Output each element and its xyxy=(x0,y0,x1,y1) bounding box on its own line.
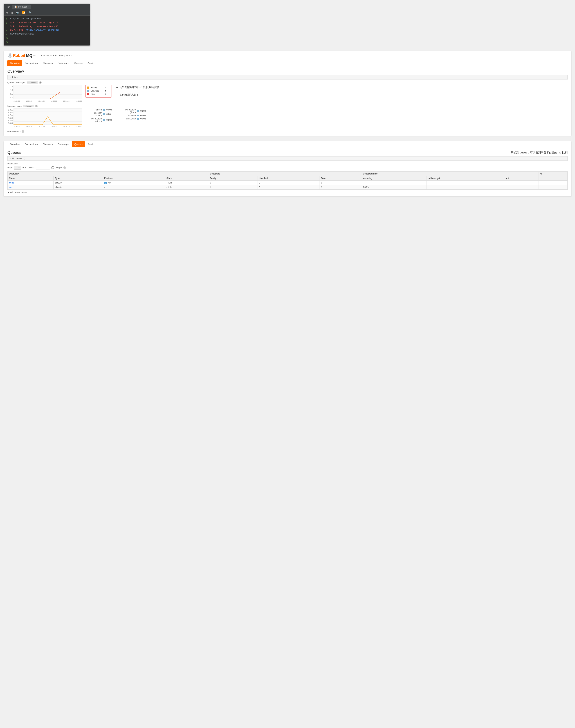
add-queue-arrow: ▼ xyxy=(7,191,9,193)
nav-item-queues-2[interactable]: Queues xyxy=(72,141,85,147)
disk-read-color xyxy=(137,115,139,116)
regex-checkbox[interactable] xyxy=(52,167,54,169)
th-messages: Messages xyxy=(208,172,361,176)
publisher-confirm-label: Publisherconfirm xyxy=(86,112,102,117)
output-line-6: 🖨 xyxy=(6,36,88,40)
nav-item-admin[interactable]: Admin xyxy=(85,60,97,66)
screenshot-button[interactable]: 📷 xyxy=(15,11,20,15)
page-select[interactable]: 1 xyxy=(14,166,21,170)
unacked-color xyxy=(87,90,89,92)
nav-item-channels[interactable]: Channels xyxy=(40,60,55,66)
restart-button[interactable]: ↺ xyxy=(5,11,9,15)
ide-run-label: Run xyxy=(6,6,10,8)
output-text-5: 生产者生产完消息并发送 xyxy=(10,32,34,36)
unroutable-return-color xyxy=(103,119,105,121)
nav-item-exchanges[interactable]: Exchanges xyxy=(55,60,72,66)
search-button[interactable]: 🔍 xyxy=(28,11,33,15)
gutter-3 xyxy=(6,25,9,25)
publisher-confirm-value: 0.00/s xyxy=(106,113,112,115)
annotation-2: → 队列的总消息数 1 xyxy=(115,93,160,97)
regex-label: Regex xyxy=(56,167,62,169)
rates-help-icon[interactable]: ? xyxy=(35,105,38,107)
nav-item-queues[interactable]: Queues xyxy=(72,60,85,66)
th-overview: Overview xyxy=(7,172,208,176)
state-square-mu: ▪ xyxy=(104,186,105,188)
totals-arrow: ▼ xyxy=(9,76,11,79)
output-line-3: SLF4J: Defaulting to no-operation (NO xyxy=(6,25,88,28)
queue-total-hello: 0 xyxy=(319,180,361,185)
queue-type-hello: classic xyxy=(54,180,103,185)
rerun-button[interactable]: 🔁 xyxy=(22,11,26,15)
queue-deliver-mu xyxy=(427,185,504,189)
ide-tab-close[interactable]: × xyxy=(28,6,29,8)
rates-x-labels: 19:34:00 19:34:10 19:34:20 19:34:30 19:3… xyxy=(13,125,82,128)
stop-button[interactable]: ■ xyxy=(11,11,14,15)
th-ack: ack xyxy=(504,176,538,180)
queue-name-mu[interactable]: mu xyxy=(7,185,54,189)
message-rates-section: Message rates last minute ? 0.3 /s 0.2 /… xyxy=(7,105,568,128)
unroutable-drop-label: Unroutable(drop) xyxy=(120,108,136,113)
nav-item-overview[interactable]: Overview xyxy=(7,60,22,66)
all-queues-arrow: ▼ xyxy=(9,157,11,160)
rmq-nav-queues: Overview Connections Channels Exchanges … xyxy=(4,141,571,147)
queue-state-mu: ▪ idle xyxy=(165,185,208,189)
legend-unacked: Unacked 0 xyxy=(87,89,110,92)
filter-input[interactable] xyxy=(36,166,50,170)
rate-unroutable-drop: Unroutable(drop) 0.00/s xyxy=(120,108,146,113)
hello-link[interactable]: hello xyxy=(9,182,14,184)
rates-chart-area: 0.3 /s 0.2 /s 0.2 /s 0.1 /s 0.1 /s 0.0 /… xyxy=(7,108,82,128)
ide-tab[interactable]: 📋 Producer × xyxy=(12,5,31,9)
queued-help-icon[interactable]: ? xyxy=(39,81,42,84)
queue-ack-mu xyxy=(504,185,538,189)
queues-panel: Overview Connections Channels Exchanges … xyxy=(4,141,571,196)
global-counts-help[interactable]: ? xyxy=(22,130,24,133)
rmq-overview-content: Overview ▼ Totals Queued messages last m… xyxy=(4,66,571,136)
unacked-label: Unacked xyxy=(91,89,103,92)
queued-messages-section: Queued messages last minute ? 1.5 1.0 0.… xyxy=(7,81,568,102)
rmq-logo-rabbit: Rabbit xyxy=(13,53,25,58)
nav-item-overview-2[interactable]: Overview xyxy=(7,141,22,147)
mu-link[interactable]: mu xyxy=(9,186,12,188)
more-button[interactable]: ⋮ xyxy=(34,11,38,15)
queue-name-hello[interactable]: hello xyxy=(7,180,54,185)
regex-help-icon[interactable]: ? xyxy=(63,167,66,169)
rate-publish: Publish 0.00/s xyxy=(86,108,112,111)
th-pm xyxy=(538,176,568,180)
state-icon-mu: ▪ xyxy=(167,186,167,188)
nav-item-connections[interactable]: Connections xyxy=(22,60,40,66)
disk-read-label: Disk read xyxy=(120,114,136,117)
ide-tab-icon: 📋 xyxy=(14,5,17,8)
pagination: Pagination Page 1 of 1 - Filter: Regex ? xyxy=(7,162,568,170)
output-line-5: ⇓ 生产者生产完消息并发送 xyxy=(6,32,88,36)
rmq-nav-overview: Overview Connections Channels Exchanges … xyxy=(4,60,571,66)
output-link[interactable]: http://www.slf4j.org/codes xyxy=(26,28,59,32)
publish-color xyxy=(103,109,105,111)
output-line-2: ↓ SLF4J: Failed to load class "org.slf4 xyxy=(6,21,88,25)
gutter-6: 🖨 xyxy=(6,36,9,40)
add-queue[interactable]: ▼ Add a new queue xyxy=(7,191,568,193)
queue-type-mu: classic xyxy=(54,185,103,189)
th-state: State xyxy=(165,176,208,180)
th-features: Features xyxy=(103,176,165,180)
state-icon-hello: ▪ xyxy=(167,182,167,184)
queue-features-hello: D AD xyxy=(103,180,165,185)
rmq-logo-mq: MQ xyxy=(26,53,32,58)
output-text-3: SLF4J: Defaulting to no-operation (NO xyxy=(10,25,58,28)
th-incoming: incoming xyxy=(361,176,427,180)
rates-y-labels: 0.3 /s 0.2 /s 0.2 /s 0.1 /s 0.1 /s 0.0 /… xyxy=(7,108,13,125)
nav-item-admin-2[interactable]: Admin xyxy=(85,141,97,147)
nav-item-exchanges-2[interactable]: Exchanges xyxy=(55,141,72,147)
disk-read-value: 0.00/s xyxy=(140,114,146,117)
nav-item-connections-2[interactable]: Connections xyxy=(22,141,40,147)
rmq-header: 🐰 Rabbit MQ TM RabbitMQ 3.8.35 Erlang 23… xyxy=(4,51,571,60)
unroutable-drop-color xyxy=(137,110,139,112)
rates-chart-row: 0.3 /s 0.2 /s 0.2 /s 0.1 /s 0.1 /s 0.0 /… xyxy=(7,108,568,128)
queued-svg xyxy=(13,85,82,99)
ide-output: ↑ E:\java\jdk\bin\java.exe ... ↓ SLF4J: … xyxy=(4,16,90,45)
total-label: Total xyxy=(91,93,103,95)
annotation-text-2: 队列的总消息数 1 xyxy=(120,93,138,97)
ide-tab-label: Producer xyxy=(18,6,27,8)
queued-x-labels: 19:34:00 19:34:10 19:34:20 19:34:30 19:3… xyxy=(13,100,82,102)
nav-item-channels-2[interactable]: Channels xyxy=(40,141,55,147)
unroutable-drop-value: 0.00/s xyxy=(140,110,146,112)
